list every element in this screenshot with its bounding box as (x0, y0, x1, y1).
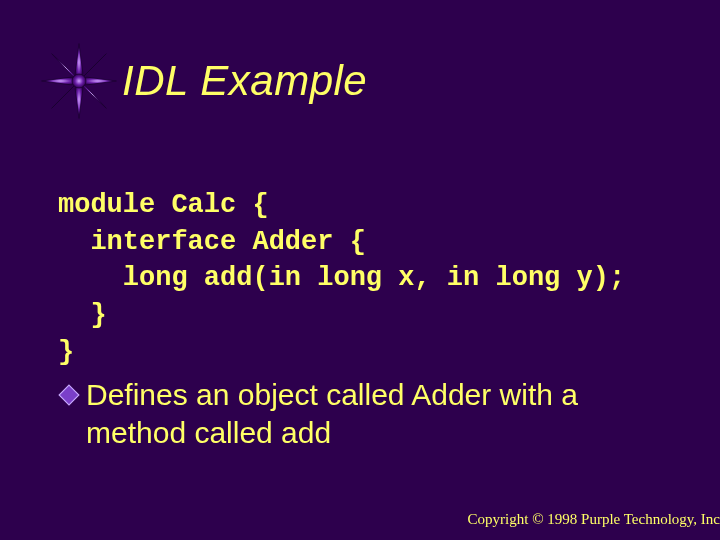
diamond-bullet-icon (58, 384, 80, 406)
svg-point-8 (72, 74, 86, 88)
bullet-item: Defines an object called Adder with a me… (58, 376, 680, 451)
copyright-footer: Copyright © 1998 Purple Technology, Inc (468, 511, 720, 528)
slide: IDL Example module Calc { interface Adde… (0, 0, 720, 540)
starburst-icon (40, 42, 118, 120)
bullet-text: Defines an object called Adder with a me… (86, 376, 680, 451)
svg-marker-9 (59, 385, 79, 405)
title-row: IDL Example (40, 42, 367, 120)
slide-title: IDL Example (122, 57, 367, 105)
code-block: module Calc { interface Adder { long add… (58, 187, 690, 371)
